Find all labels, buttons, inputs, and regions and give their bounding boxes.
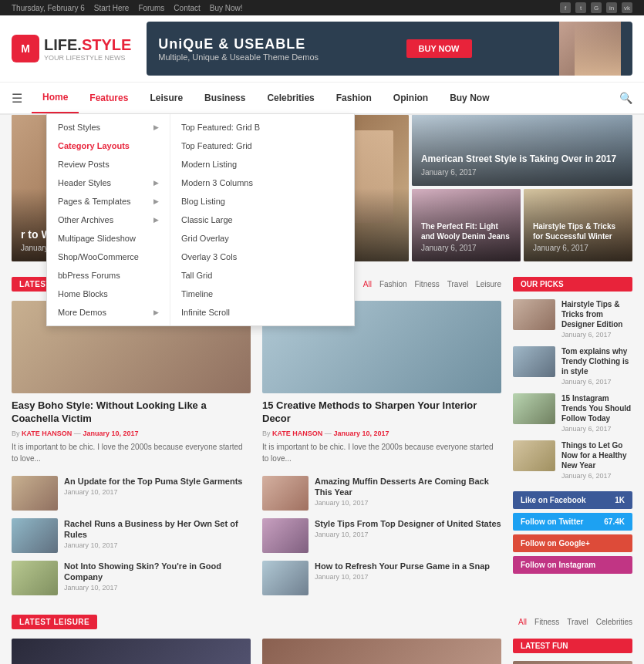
dropdown-other-archives[interactable]: Other Archives ▶ xyxy=(47,211,170,229)
nav-home[interactable]: Home xyxy=(32,83,79,113)
dropdown-infinite-scroll[interactable]: Infinite Scroll xyxy=(170,303,294,322)
small-article-1[interactable]: An Update for the Top Puma Style Garment… xyxy=(12,476,251,511)
dropdown-header-styles[interactable]: Header Styles ▶ xyxy=(47,174,170,192)
dropdown-timeline[interactable]: Timeline xyxy=(170,285,294,303)
our-picks-article-2-date: January 6, 2017 xyxy=(561,378,632,386)
banner-buy-button[interactable]: BUY NOW xyxy=(406,39,472,58)
vk-icon[interactable]: vk xyxy=(622,2,632,13)
small-article-5[interactable]: Style Tips From Top Designer of United S… xyxy=(262,518,501,553)
hero-top-article[interactable]: American Street Style is Taking Over in … xyxy=(412,115,632,186)
dropdown-post-styles[interactable]: Post Styles ▶ xyxy=(47,118,170,137)
googleplus-icon[interactable]: G xyxy=(591,2,602,13)
dropdown-top-featured-grid[interactable]: Top Featured: Grid xyxy=(170,137,294,155)
leisure-article-1[interactable]: Hot Or Not For 2017: 8 Stars That Will R… xyxy=(12,639,251,664)
navigation: ☰ Home Features Leisure Business Celebri… xyxy=(0,83,644,115)
dropdown-blog-listing[interactable]: Blog Listing xyxy=(170,192,294,211)
dropdown-modern-listing[interactable]: Modern Listing xyxy=(170,155,294,174)
leisure-filter-celebrities[interactable]: Celebrities xyxy=(596,618,632,626)
our-picks-article-3[interactable]: 15 Instagram Trends You Should Follow To… xyxy=(513,393,632,433)
nav-buy-now[interactable]: Buy Now xyxy=(439,83,500,113)
nav-leisure[interactable]: Leisure xyxy=(139,83,194,113)
dropdown-pages-templates[interactable]: Pages & Templates ▶ xyxy=(47,192,170,211)
hero-bottom-right[interactable]: Hairstyle Tips & Tricks for Successful W… xyxy=(524,189,632,261)
filter-leisure[interactable]: Leisure xyxy=(476,280,501,288)
facebook-label: Like on Facebook xyxy=(521,496,585,504)
facebook-count: 1K xyxy=(615,496,625,504)
dropdown-tall-grid[interactable]: Tall Grid xyxy=(170,266,294,285)
featured-article-1-title: Easy Boho Style: Without Looking Like a … xyxy=(12,399,251,426)
our-picks-article-2-image xyxy=(513,346,555,377)
nav-start-here[interactable]: Start Here xyxy=(94,4,130,12)
small-article-1-image xyxy=(12,476,58,511)
sidebar: OUR PICKS Hairstyle Tips & Tricks from D… xyxy=(513,277,632,603)
leisure-articles: Hot Or Not For 2017: 8 Stars That Will R… xyxy=(12,639,501,664)
filter-fashion[interactable]: Fashion xyxy=(379,280,407,288)
dropdown-top-featured-grid-b[interactable]: Top Featured: Grid B xyxy=(170,118,294,137)
linkedin-icon[interactable]: in xyxy=(606,2,617,13)
dropdown-grid-overlay[interactable]: Grid Overlay xyxy=(170,229,294,248)
nav-opinion[interactable]: Opinion xyxy=(383,83,439,113)
logo[interactable]: M LIFE.STYLE YOUR LIFESTYLE NEWS xyxy=(12,35,131,62)
featured-article-1-excerpt: It is important to be chic. I love the 2… xyxy=(12,441,251,464)
latest-fun-title: LATEST FUN xyxy=(513,639,632,653)
small-article-6-title: How to Refresh Your Purse Game in a Snap xyxy=(315,561,490,571)
dropdown-multipage-slideshow[interactable]: Multipage Slideshow xyxy=(47,229,170,248)
leisure-filter-all[interactable]: All xyxy=(518,618,527,626)
logo-tagline: YOUR LIFESTYLE NEWS xyxy=(44,54,131,62)
facebook-icon[interactable]: f xyxy=(560,2,571,13)
featured-article-2-author[interactable]: KATE HANSON xyxy=(272,430,322,437)
filter-fitness[interactable]: Fitness xyxy=(415,280,440,288)
nav-fashion[interactable]: Fashion xyxy=(325,83,383,113)
latest-fun-main-article[interactable]: Summer Style: Chunky Knit For Leather Su… xyxy=(513,661,632,664)
banner-ad: UniQuE & USEABLE Multiple, Unique & Usea… xyxy=(147,22,632,76)
small-article-2[interactable]: Rachel Runs a Business by Her Own Set of… xyxy=(12,518,251,553)
search-icon[interactable]: 🔍 xyxy=(619,92,632,104)
twitter-btn[interactable]: Follow on Twitter 67.4K xyxy=(513,513,632,531)
twitter-icon[interactable]: t xyxy=(575,2,586,13)
our-picks-article-1[interactable]: Hairstyle Tips & Tricks from Designer Ed… xyxy=(513,299,632,339)
dropdown-classic-large[interactable]: Classic Large xyxy=(170,211,294,229)
dropdown-more-demos[interactable]: More Demos ▶ xyxy=(47,303,170,322)
hero-bottom-left[interactable]: The Perfect Fit: Light and Wooly Denim J… xyxy=(412,189,521,261)
banner-text: UniQuE & USEABLE Multiple, Unique & Usea… xyxy=(158,36,319,62)
small-article-2-date: January 10, 2017 xyxy=(64,541,251,549)
dropdown-review-posts[interactable]: Review Posts xyxy=(47,155,170,174)
dropdown-shop[interactable]: Shop/WooCommerce xyxy=(47,248,170,266)
nav-business[interactable]: Business xyxy=(194,83,256,113)
leisure-article-2[interactable]: On the Go: Pilot Sachtel Does the Job Fe… xyxy=(262,639,501,664)
featured-article-1-author[interactable]: KATE HANSON xyxy=(22,430,72,437)
small-article-3[interactable]: Not Into Showing Skin? You're in Good Co… xyxy=(12,561,251,595)
dropdown-bbpress[interactable]: bbPress Forums xyxy=(47,266,170,285)
instagram-btn[interactable]: Follow on Instagram xyxy=(513,556,632,574)
dropdown-category-layouts[interactable]: Category Layouts xyxy=(47,137,170,155)
our-picks-article-4[interactable]: Things to Let Go Now for a Healthy New Y… xyxy=(513,440,632,480)
small-article-4[interactable]: Amazing Muffin Desserts Are Coming Back … xyxy=(262,476,501,511)
nav-contact[interactable]: Contact xyxy=(174,4,200,12)
googleplus-btn[interactable]: Follow on Google+ xyxy=(513,534,632,552)
filter-all[interactable]: All xyxy=(363,280,372,288)
leisure-filter-fitness[interactable]: Fitness xyxy=(534,618,559,626)
nav-forums[interactable]: Forums xyxy=(138,4,164,12)
dropdown-home-blocks[interactable]: Home Blocks xyxy=(47,285,170,303)
hero-bottom-row: The Perfect Fit: Light and Wooly Denim J… xyxy=(412,189,632,261)
facebook-btn[interactable]: Like on Facebook 1K xyxy=(513,491,632,509)
filter-travel[interactable]: Travel xyxy=(447,280,468,288)
small-article-6[interactable]: How to Refresh Your Purse Game in a Snap… xyxy=(262,561,501,595)
small-article-3-content: Not Into Showing Skin? You're in Good Co… xyxy=(64,561,251,592)
twitter-count: 67.4K xyxy=(604,517,625,526)
googleplus-label: Follow on Google+ xyxy=(521,539,590,548)
leisure-filter-travel[interactable]: Travel xyxy=(567,618,588,626)
top-bar-date: Thursday, February 6 xyxy=(12,4,85,12)
top-bar-left: Thursday, February 6 Start Here Forums C… xyxy=(12,4,243,12)
nav-celebrities[interactable]: Celebrities xyxy=(256,83,325,113)
small-article-4-title: Amazing Muffin Desserts Are Coming Back … xyxy=(315,476,501,498)
dropdown-overlay-3-cols[interactable]: Overlay 3 Cols xyxy=(170,248,294,266)
hamburger-icon[interactable]: ☰ xyxy=(12,91,22,106)
our-picks-article-1-title: Hairstyle Tips & Tricks from Designer Ed… xyxy=(561,299,632,329)
hero-bottom-left-title: The Perfect Fit: Light and Wooly Denim J… xyxy=(421,221,511,241)
nav-buy-now-top[interactable]: Buy Now! xyxy=(210,4,243,12)
our-picks-article-2[interactable]: Tom explains why Trendy Clothing is in s… xyxy=(513,346,632,386)
dropdown-modern-3-columns[interactable]: Modern 3 Columns xyxy=(170,174,294,192)
nav-features[interactable]: Features xyxy=(79,83,139,113)
our-picks-article-3-content: 15 Instagram Trends You Should Follow To… xyxy=(561,393,632,433)
